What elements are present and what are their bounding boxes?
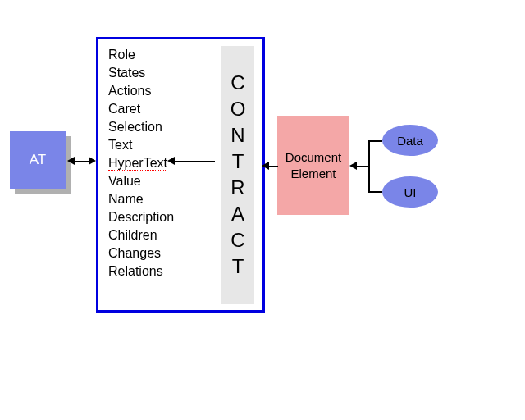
data-label: Data	[397, 134, 423, 148]
contract-letter: A	[231, 201, 244, 227]
property-label: Caret	[108, 102, 140, 116]
contract-vertical-label: CONTRACT	[221, 46, 254, 304]
connector-ui-horizontal	[368, 191, 382, 193]
property-item: Role	[108, 46, 174, 64]
property-item: Relations	[108, 262, 174, 281]
connector-data-horizontal	[368, 140, 382, 142]
document-element-line2: Element	[290, 167, 336, 180]
property-item: Children	[108, 226, 174, 244]
contract-letter: C	[231, 70, 244, 96]
property-item: States	[108, 64, 174, 82]
property-item: Actions	[108, 82, 174, 100]
property-label: Value	[108, 174, 141, 188]
contract-letter: O	[231, 96, 246, 122]
property-item: Name	[108, 190, 174, 208]
ui-label: UI	[404, 185, 417, 199]
property-item: Caret	[108, 100, 174, 118]
property-item: Text	[108, 136, 174, 154]
property-item: Description	[108, 208, 174, 226]
arrowhead-right-icon	[89, 157, 96, 165]
contract-letter: C	[231, 227, 244, 253]
contract-letter: T	[232, 148, 244, 175]
property-item: HyperText	[108, 154, 174, 172]
property-item: Selection	[108, 118, 174, 136]
property-label: Role	[108, 48, 135, 62]
at-box: AT	[10, 131, 66, 189]
ui-node: UI	[382, 176, 438, 208]
arrow-strip-to-list	[174, 161, 215, 162]
property-label: Description	[108, 210, 174, 224]
contract-letter: R	[231, 175, 244, 201]
property-label: Actions	[108, 84, 151, 98]
arrowhead-left-icon	[262, 162, 269, 170]
property-label: Children	[108, 228, 158, 242]
property-item: Changes	[108, 244, 174, 262]
property-label: Relations	[108, 264, 163, 278]
document-element-box: Document Element	[277, 116, 349, 215]
at-label: AT	[30, 152, 46, 168]
property-label: States	[108, 66, 145, 80]
properties-list: RoleStatesActionsCaretSelectionTextHyper…	[108, 46, 174, 281]
property-label: Text	[108, 138, 132, 152]
contract-box: RoleStatesActionsCaretSelectionTextHyper…	[96, 37, 265, 313]
property-label: Name	[108, 192, 144, 206]
contract-letter: N	[231, 122, 244, 148]
document-element-line1: Document	[285, 150, 341, 164]
arrow-dataui-to-doc	[356, 166, 369, 167]
diagram-canvas: AT RoleStatesActionsCaretSelectionTextHy…	[0, 0, 525, 420]
property-label: Changes	[108, 246, 161, 260]
arrowhead-left-icon	[167, 157, 175, 165]
property-item: Value	[108, 172, 174, 190]
arrow-at-contract	[74, 161, 90, 162]
data-node: Data	[382, 125, 438, 156]
property-label: HyperText	[108, 156, 167, 171]
arrow-doc-to-contract	[268, 166, 278, 167]
property-label: Selection	[108, 120, 162, 134]
contract-letter: T	[232, 253, 244, 280]
document-element-label: Document Element	[285, 149, 341, 182]
arrowhead-left-icon	[67, 157, 75, 165]
arrowhead-left-icon	[349, 162, 357, 170]
